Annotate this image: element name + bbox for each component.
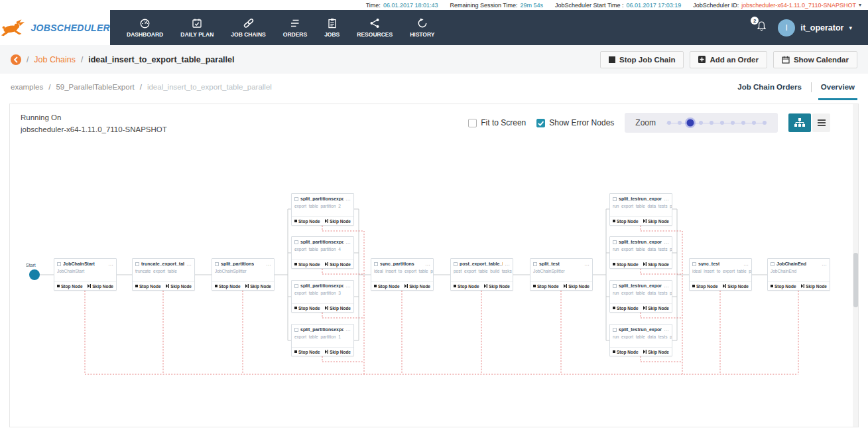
skip-node-action[interactable]: Skip Node <box>643 306 669 311</box>
stop-node-action[interactable]: Stop Node <box>692 284 718 289</box>
nav-item-resources[interactable]: RESOURCES <box>348 10 401 45</box>
job-node[interactable]: truncate_export_table … truncate_export_… <box>132 258 195 291</box>
stop-node-action[interactable]: Stop Node <box>294 219 320 224</box>
skip-node-action[interactable]: Skip Node <box>404 284 430 289</box>
job-node[interactable]: post_export_table_build_ta.. … post_expo… <box>450 258 513 291</box>
node-checkbox[interactable] <box>57 262 61 266</box>
node-menu-button[interactable]: … <box>186 262 192 265</box>
job-node[interactable]: split_partitionsexport_ta.. … export_tab… <box>291 193 354 226</box>
skip-node-action[interactable]: Skip Node <box>643 350 669 354</box>
node-menu-button[interactable]: … <box>108 262 113 265</box>
node-checkbox[interactable] <box>454 262 458 266</box>
job-node[interactable]: split_partitionsexport_ta.. … export_tab… <box>291 280 354 313</box>
node-menu-button[interactable]: … <box>822 262 827 265</box>
zoom-slider-step[interactable] <box>678 121 682 125</box>
node-menu-button[interactable]: … <box>345 240 351 244</box>
skip-node-action[interactable]: Skip Node <box>88 284 113 289</box>
skip-node-action[interactable]: Skip Node <box>325 350 351 354</box>
jobscheduler-id-dropdown[interactable]: JobScheduler ID: jobscheduler-x64-1.11.0… <box>693 2 861 9</box>
stop-node-action[interactable]: Stop Node <box>533 284 559 289</box>
jobscheduler-logo[interactable]: JOBSCHEDULER <box>0 10 110 45</box>
skip-node-action[interactable]: Skip Node <box>166 284 192 289</box>
node-checkbox[interactable] <box>613 284 617 288</box>
node-menu-button[interactable]: … <box>664 197 669 200</box>
stop-node-action[interactable]: Stop Node <box>294 262 320 267</box>
node-checkbox[interactable] <box>771 262 775 266</box>
node-checkbox[interactable] <box>294 284 298 288</box>
node-checkbox[interactable] <box>374 262 378 266</box>
zoom-slider-step[interactable] <box>741 121 745 125</box>
back-button[interactable] <box>11 54 21 65</box>
zoom-slider-step[interactable] <box>710 121 713 125</box>
show-calendar-button[interactable]: Show Calendar <box>773 51 857 68</box>
job-node[interactable]: JobChainStart … JobChainStart Stop Node … <box>54 258 117 291</box>
node-menu-button[interactable]: … <box>345 197 351 200</box>
stop-node-action[interactable]: Stop Node <box>771 284 796 289</box>
job-node[interactable]: split_testrun_export_tabl.. … run_export… <box>609 280 672 313</box>
job-node[interactable]: split_testrun_export_tabl.. … run_export… <box>609 236 672 269</box>
zoom-slider-handle[interactable] <box>687 119 694 127</box>
vertical-scrollbar[interactable] <box>853 104 858 427</box>
skip-node-action[interactable]: Skip Node <box>325 219 351 224</box>
skip-node-action[interactable]: Skip Node <box>325 262 351 267</box>
stop-node-action[interactable]: Stop Node <box>613 262 639 267</box>
nav-item-daily-plan[interactable]: DAILY PLAN <box>172 10 222 45</box>
zoom-slider-step[interactable] <box>763 121 767 125</box>
path-item[interactable]: 59_ParallelTableExport <box>56 83 134 91</box>
node-checkbox[interactable] <box>613 197 617 201</box>
path-item[interactable]: examples <box>11 83 43 91</box>
stop-node-action[interactable]: Stop Node <box>57 284 83 289</box>
stop-node-action[interactable]: Stop Node <box>135 284 161 289</box>
skip-node-action[interactable]: Skip Node <box>325 306 351 311</box>
node-checkbox[interactable] <box>294 240 298 244</box>
node-checkbox[interactable] <box>215 262 219 266</box>
node-menu-button[interactable]: … <box>505 262 510 265</box>
show-error-nodes-checkbox[interactable]: Show Error Nodes <box>536 118 614 127</box>
node-menu-button[interactable]: … <box>664 240 669 244</box>
stop-node-action[interactable]: Stop Node <box>613 350 639 354</box>
skip-node-action[interactable]: Skip Node <box>801 284 827 289</box>
nav-item-orders[interactable]: ORDERS <box>275 10 316 45</box>
skip-node-action[interactable]: Skip Node <box>643 219 669 224</box>
stop-node-action[interactable]: Stop Node <box>454 284 479 289</box>
job-node[interactable]: sync_partitions … ideal_insert_to_export… <box>371 258 434 291</box>
graph-view-button[interactable] <box>788 113 811 132</box>
skip-node-action[interactable]: Skip Node <box>643 262 669 267</box>
zoom-slider-step[interactable] <box>720 121 724 125</box>
zoom-slider[interactable] <box>666 119 767 127</box>
add-order-button[interactable]: Add an Order <box>690 51 767 68</box>
zoom-slider-step[interactable] <box>667 121 671 125</box>
notifications-button[interactable]: 2 <box>756 21 767 35</box>
node-menu-button[interactable]: … <box>345 328 351 331</box>
stop-node-action[interactable]: Stop Node <box>613 306 639 311</box>
zoom-slider-step[interactable] <box>731 121 735 125</box>
node-menu-button[interactable]: … <box>743 262 749 265</box>
stop-node-action[interactable]: Stop Node <box>613 219 639 224</box>
node-checkbox[interactable] <box>135 262 139 266</box>
nav-item-dashboard[interactable]: DASHBOARD <box>118 10 172 45</box>
job-node[interactable]: split_partitions … JobChainSplitter Stop… <box>212 258 275 291</box>
stop-node-action[interactable]: Stop Node <box>294 306 320 311</box>
node-checkbox[interactable] <box>294 197 298 201</box>
job-node[interactable]: sync_test … ideal_insert_to_export_table… <box>689 258 752 291</box>
tab-job-chain-orders[interactable]: Job Chain Orders <box>728 74 811 100</box>
job-node[interactable]: JobChainEnd … JobChainEnd Stop Node Skip… <box>767 258 830 291</box>
node-checkbox[interactable] <box>692 262 696 266</box>
node-menu-button[interactable]: … <box>584 262 589 265</box>
stop-node-action[interactable]: Stop Node <box>294 350 320 354</box>
node-menu-button[interactable]: … <box>664 284 669 287</box>
node-menu-button[interactable]: … <box>345 284 351 287</box>
node-checkbox[interactable] <box>613 328 617 332</box>
fit-to-screen-checkbox[interactable]: Fit to Screen <box>468 118 526 127</box>
user-menu[interactable]: I it_operator ▾ <box>778 19 852 36</box>
scrollbar-thumb[interactable] <box>853 253 858 307</box>
list-view-button[interactable] <box>812 113 830 132</box>
stop-job-chain-button[interactable]: Stop Job Chain <box>600 51 684 68</box>
node-checkbox[interactable] <box>294 328 298 332</box>
zoom-slider-step[interactable] <box>699 121 703 125</box>
zoom-slider-step[interactable] <box>752 121 756 125</box>
job-node[interactable]: split_partitionsexport_ta.. … export_tab… <box>291 324 354 356</box>
skip-node-action[interactable]: Skip Node <box>245 284 271 289</box>
node-menu-button[interactable]: … <box>266 262 271 265</box>
node-checkbox[interactable] <box>613 240 617 244</box>
